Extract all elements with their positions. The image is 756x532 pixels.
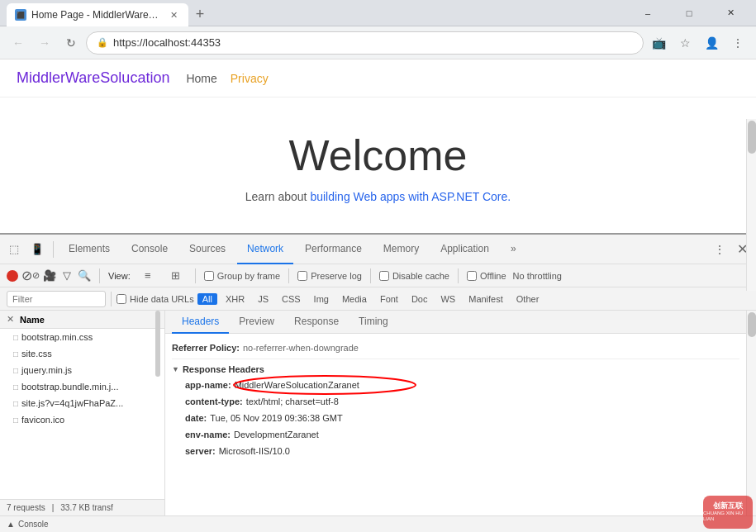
device-toolbar-icon[interactable]: 📱 bbox=[26, 239, 48, 260]
list-item[interactable]: site.js?v=4q1jwFhaPaZ... bbox=[0, 395, 164, 411]
url-bar[interactable]: 🔒 https://localhost:44353 bbox=[86, 31, 644, 55]
view-label: View: bbox=[108, 271, 131, 281]
devtools-tab-elements[interactable]: Elements bbox=[59, 235, 120, 264]
new-tab-button[interactable]: + bbox=[188, 2, 212, 26]
screenshot-button[interactable]: 🎥 bbox=[43, 269, 56, 282]
devtools-tab-application[interactable]: Application bbox=[430, 235, 499, 264]
headers-tab-headers[interactable]: Headers bbox=[172, 311, 229, 334]
record-button[interactable] bbox=[7, 270, 18, 282]
menu-icon[interactable]: ⋮ bbox=[726, 31, 749, 55]
filter-ws-button[interactable]: WS bbox=[435, 293, 460, 305]
devtools-tab-console[interactable]: Console bbox=[121, 235, 178, 264]
view-large-icon[interactable]: ⊞ bbox=[165, 265, 187, 287]
list-item[interactable]: site.css bbox=[0, 345, 164, 362]
back-button[interactable]: ← bbox=[7, 31, 30, 55]
devtools-tab-memory[interactable]: Memory bbox=[373, 235, 429, 264]
date-header-row: date: Tue, 05 Nov 2019 09:36:38 GMT bbox=[172, 411, 739, 425]
tab-close-button[interactable]: ✕ bbox=[167, 8, 180, 21]
app-name-header-row: app-name: MiddlerWareSolucationZaranet bbox=[172, 378, 739, 392]
forward-button[interactable]: → bbox=[33, 31, 56, 55]
devtools-tab-sources[interactable]: Sources bbox=[179, 235, 235, 264]
filter-other-button[interactable]: Other bbox=[511, 293, 544, 305]
disable-cache-label: Disable cache bbox=[392, 271, 449, 281]
filter-input[interactable] bbox=[7, 291, 106, 307]
bookmark-icon[interactable]: ☆ bbox=[673, 31, 697, 55]
filter-doc-button[interactable]: Doc bbox=[407, 293, 433, 305]
page-hero: Welcome Learn about building Web apps wi… bbox=[0, 97, 756, 228]
devtools-tab-more[interactable]: » bbox=[501, 235, 526, 264]
hide-data-urls-toggle[interactable]: Hide data URLs bbox=[116, 294, 194, 304]
offline-checkbox[interactable] bbox=[467, 271, 477, 281]
preserve-log-label: Preserve log bbox=[311, 271, 362, 281]
filter-img-button[interactable]: Img bbox=[309, 293, 334, 305]
offline-toggle[interactable]: Offline bbox=[467, 271, 506, 281]
filter-font-button[interactable]: Font bbox=[375, 293, 403, 305]
inspect-element-icon[interactable]: ⬚ bbox=[3, 239, 25, 260]
nav-link-privacy[interactable]: Privacy bbox=[231, 72, 269, 85]
list-item[interactable]: bootstrap.bundle.min.j... bbox=[0, 378, 164, 395]
page-scrollbar[interactable] bbox=[746, 119, 756, 291]
nav-link-home[interactable]: Home bbox=[186, 72, 216, 85]
reload-button[interactable]: ↻ bbox=[59, 31, 83, 55]
close-button[interactable]: ✕ bbox=[711, 0, 749, 26]
transfer-size: 33.7 KB transf bbox=[60, 503, 112, 512]
cast-icon[interactable]: 📺 bbox=[647, 31, 670, 55]
webpage-content: MiddlerWareSolucation Home Privacy Welco… bbox=[0, 59, 756, 233]
lock-icon: 🔒 bbox=[97, 37, 108, 48]
files-scrollbar[interactable] bbox=[155, 311, 160, 377]
headers-tab-timing[interactable]: Timing bbox=[349, 311, 398, 334]
filter-xhr-button[interactable]: XHR bbox=[221, 293, 250, 305]
group-by-frame-checkbox[interactable] bbox=[204, 271, 214, 281]
view-list-icon[interactable]: ≡ bbox=[137, 265, 159, 287]
list-item[interactable]: jquery.min.js bbox=[0, 362, 164, 378]
list-item[interactable]: favicon.ico bbox=[0, 411, 164, 428]
preserve-log-checkbox[interactable] bbox=[297, 271, 307, 281]
date-header-value: Tue, 05 Nov 2019 09:36:38 GMT bbox=[210, 411, 342, 425]
devtools-more-icon[interactable]: ⋮ bbox=[709, 243, 730, 256]
env-name-header-value: DevelopmentZaranet bbox=[234, 427, 319, 442]
toolbar-divider-5 bbox=[458, 268, 459, 283]
maximize-button[interactable]: □ bbox=[670, 0, 708, 26]
devtools-separator-1 bbox=[53, 241, 54, 258]
clear-button[interactable]: ⊘ bbox=[25, 270, 36, 282]
preserve-log-toggle[interactable]: Preserve log bbox=[297, 271, 362, 281]
headers-scrollbar[interactable] bbox=[746, 311, 756, 515]
files-panel: ✕ Name bootstrap.min.css site.css jquery… bbox=[0, 311, 165, 515]
network-body: ✕ Name bootstrap.min.css site.css jquery… bbox=[0, 311, 756, 515]
filter-button[interactable]: ▽ bbox=[63, 269, 71, 282]
disable-cache-toggle[interactable]: Disable cache bbox=[379, 271, 449, 281]
hide-data-urls-checkbox[interactable] bbox=[116, 294, 126, 304]
list-item[interactable]: bootstrap.min.css bbox=[0, 329, 164, 345]
tab-title: Home Page - MiddlerWareSoluc... bbox=[31, 9, 162, 21]
headers-scroll-thumb bbox=[748, 312, 756, 337]
referrer-policy-row: Referrer Policy: no-referrer-when-downgr… bbox=[172, 339, 739, 359]
filter-media-button[interactable]: Media bbox=[337, 293, 372, 305]
filter-js-button[interactable]: JS bbox=[253, 293, 273, 305]
content-type-header-name: content-type: bbox=[185, 394, 243, 409]
group-by-frame-toggle[interactable]: Group by frame bbox=[204, 271, 280, 281]
response-headers-title: Response Headers bbox=[172, 364, 739, 374]
devtools-tab-performance[interactable]: Performance bbox=[295, 235, 372, 264]
referrer-policy-value: no-referrer-when-downgrade bbox=[243, 340, 359, 355]
window-controls: – □ ✕ bbox=[629, 0, 749, 26]
devtools-tab-network[interactable]: Network bbox=[237, 235, 293, 264]
search-button[interactable]: 🔍 bbox=[78, 269, 91, 282]
toolbar-divider-4 bbox=[370, 268, 371, 283]
console-bottom-tab[interactable]: ▲ Console bbox=[0, 515, 756, 532]
filter-all-button[interactable]: All bbox=[197, 293, 217, 305]
minimize-button[interactable]: – bbox=[629, 0, 667, 26]
close-file-panel-button[interactable]: ✕ bbox=[3, 313, 17, 326]
headers-tab-preview[interactable]: Preview bbox=[229, 311, 284, 334]
headers-tab-response[interactable]: Response bbox=[284, 311, 349, 334]
filter-manifest-button[interactable]: Manifest bbox=[464, 293, 508, 305]
files-header-row: ✕ Name bbox=[0, 311, 164, 329]
server-header-name: server: bbox=[185, 444, 216, 458]
hero-subtitle-link[interactable]: building Web apps with ASP.NET Core. bbox=[310, 190, 511, 203]
titlebar: Home Page - MiddlerWareSoluc... ✕ + – □ … bbox=[0, 0, 756, 26]
active-tab[interactable]: Home Page - MiddlerWareSoluc... ✕ bbox=[7, 3, 188, 26]
filter-css-button[interactable]: CSS bbox=[277, 293, 306, 305]
profile-icon[interactable]: 👤 bbox=[700, 31, 723, 55]
hero-subtitle: Learn about building Web apps with ASP.N… bbox=[17, 190, 739, 203]
group-by-frame-label: Group by frame bbox=[217, 271, 280, 281]
disable-cache-checkbox[interactable] bbox=[379, 271, 389, 281]
